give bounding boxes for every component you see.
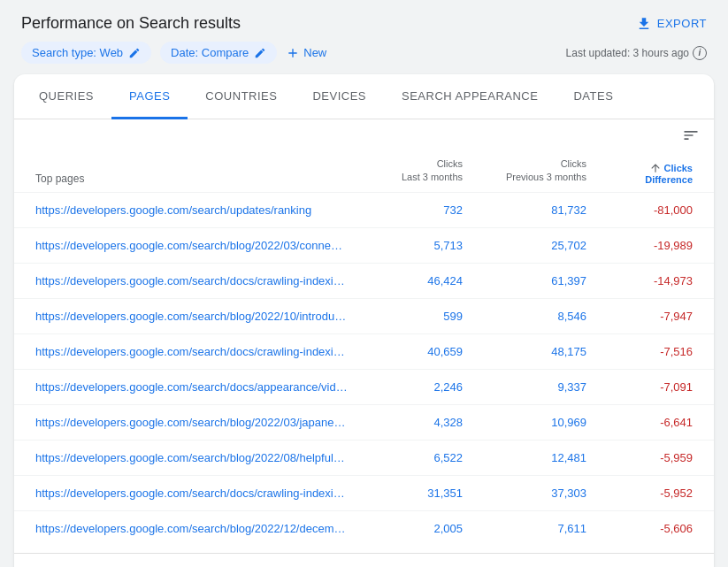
cell-clicks-last: 46,424 [348, 274, 463, 287]
page-header: Performance on Search results EXPORT [0, 0, 728, 42]
table-row: https://developers.google.com/search/blo… [14, 405, 714, 441]
cell-clicks-last: 4,328 [348, 416, 463, 429]
page-title: Performance on Search results [21, 14, 241, 33]
cell-diff: -7,516 [586, 345, 693, 358]
cell-clicks-prev: 25,702 [463, 239, 586, 252]
tab-devices[interactable]: DEVICES [295, 75, 384, 119]
cell-diff: -6,641 [586, 416, 693, 429]
table-row: https://developers.google.com/search/blo… [14, 441, 714, 476]
cell-clicks-last: 599 [348, 310, 463, 323]
cell-url[interactable]: https://developers.google.com/search/blo… [35, 310, 348, 323]
table-row: https://developers.google.com/search/doc… [14, 476, 714, 511]
date-filter[interactable]: Date: Compare [160, 42, 277, 64]
col-header-diff: Clicks Difference [586, 162, 693, 185]
filter-rows-button[interactable] [682, 126, 700, 147]
tab-countries[interactable]: COUNTRIES [188, 75, 295, 119]
table-rows: https://developers.google.com/search/upd… [14, 193, 714, 546]
cell-clicks-prev: 37,303 [463, 487, 586, 500]
cell-diff: -5,959 [586, 451, 693, 464]
tab-dates[interactable]: DATES [556, 75, 631, 119]
cell-url[interactable]: https://developers.google.com/search/doc… [35, 345, 348, 358]
pagination-bar: Rows per page: 10 1-10 of 1147 [14, 553, 714, 567]
info-icon: i [693, 46, 707, 60]
cell-diff: -5,952 [586, 487, 693, 500]
cell-url[interactable]: https://developers.google.com/search/upd… [35, 203, 348, 217]
edit-icon [128, 47, 141, 59]
tabs-bar: QUERIES PAGES COUNTRIES DEVICES SEARCH A… [14, 74, 714, 119]
cell-clicks-prev: 9,337 [463, 380, 586, 394]
cell-url[interactable]: https://developers.google.com/search/blo… [35, 451, 348, 464]
cell-clicks-last: 31,351 [348, 487, 463, 500]
cell-clicks-last: 2,005 [348, 522, 463, 535]
cell-url[interactable]: https://developers.google.com/search/doc… [35, 274, 348, 287]
cell-clicks-prev: 61,397 [463, 274, 586, 287]
data-table: Top pages Clicks Last 3 months Clicks Pr… [14, 150, 714, 553]
cell-clicks-last: 2,246 [348, 380, 463, 394]
cell-diff: -7,091 [586, 380, 693, 394]
export-icon [636, 16, 652, 32]
cell-clicks-prev: 12,481 [463, 451, 586, 464]
cell-diff: -5,606 [586, 522, 693, 535]
table-row: https://developers.google.com/search/doc… [14, 334, 714, 370]
cell-clicks-last: 732 [348, 203, 463, 217]
cell-diff: -19,989 [586, 239, 693, 252]
table-header: Top pages Clicks Last 3 months Clicks Pr… [14, 150, 714, 193]
cell-url[interactable]: https://developers.google.com/search/blo… [35, 522, 348, 535]
tab-search-appearance[interactable]: SEARCH APPEARANCE [384, 75, 556, 119]
table-row: https://developers.google.com/search/blo… [14, 511, 714, 546]
col-header-clicks-prev: Clicks Previous 3 months [463, 157, 586, 185]
search-type-filter[interactable]: Search type: Web [21, 42, 151, 64]
cell-url[interactable]: https://developers.google.com/search/blo… [35, 239, 348, 252]
col-header-clicks-last: Clicks Last 3 months [348, 157, 463, 185]
sort-arrow-icon [649, 162, 662, 174]
cell-diff: -14,973 [586, 274, 693, 287]
filter-rows-icon [682, 126, 700, 144]
cell-diff: -7,947 [586, 310, 693, 323]
cell-url[interactable]: https://developers.google.com/search/blo… [35, 416, 348, 429]
cell-clicks-prev: 81,732 [463, 203, 586, 217]
table-row: https://developers.google.com/search/blo… [14, 299, 714, 334]
cell-clicks-prev: 10,969 [463, 416, 586, 429]
tab-queries[interactable]: QUERIES [21, 75, 111, 119]
table-row: https://developers.google.com/search/doc… [14, 264, 714, 299]
filters-bar: Search type: Web Date: Compare New Last … [0, 42, 728, 74]
edit-icon-date [254, 47, 266, 59]
cell-clicks-last: 5,713 [348, 239, 463, 252]
cell-url[interactable]: https://developers.google.com/search/doc… [35, 380, 348, 394]
cell-clicks-prev: 48,175 [463, 345, 586, 358]
export-button[interactable]: EXPORT [636, 16, 707, 32]
cell-url[interactable]: https://developers.google.com/search/doc… [35, 487, 348, 500]
col-header-page: Top pages [35, 172, 348, 185]
new-filter-button[interactable]: New [286, 46, 326, 60]
last-updated: Last updated: 3 hours ago i [566, 46, 707, 60]
cell-clicks-last: 40,659 [348, 345, 463, 358]
cell-clicks-last: 6,522 [348, 451, 463, 464]
cell-clicks-prev: 7,611 [463, 522, 586, 535]
cell-clicks-prev: 8,546 [463, 310, 586, 323]
table-row: https://developers.google.com/search/doc… [14, 370, 714, 405]
tab-pages[interactable]: PAGES [111, 75, 188, 119]
filter-icon-row [14, 119, 714, 150]
cell-diff: -81,000 [586, 203, 693, 217]
main-card: QUERIES PAGES COUNTRIES DEVICES SEARCH A… [14, 74, 714, 567]
table-row: https://developers.google.com/search/upd… [14, 193, 714, 228]
table-row: https://developers.google.com/search/blo… [14, 228, 714, 264]
plus-icon [286, 46, 300, 60]
